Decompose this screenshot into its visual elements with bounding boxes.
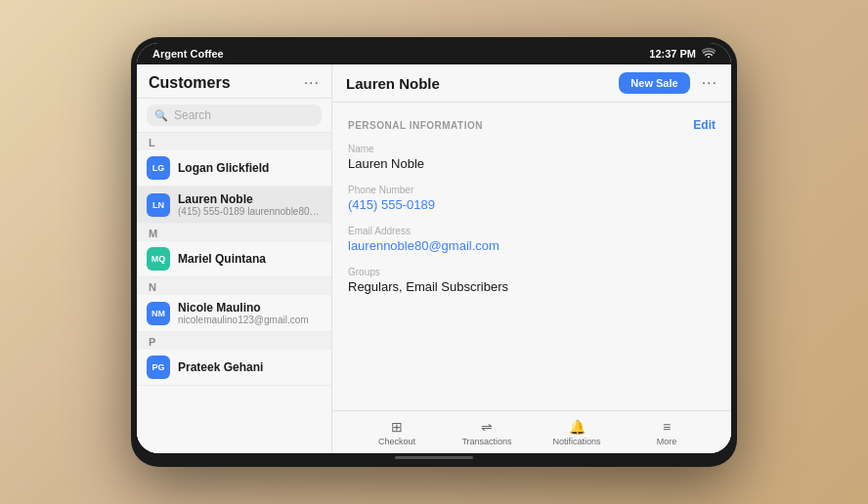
customer-name-logan: Logan Glickfield <box>178 161 322 175</box>
customer-avatar-mq: MQ <box>147 247 170 271</box>
status-bar: Argent Coffee 12:37 PM <box>137 43 731 64</box>
customer-item-prateek[interactable]: PG Prateek Gehani <box>137 350 331 386</box>
status-bar-right: 12:37 PM <box>649 48 716 60</box>
customer-info-mariel: Mariel Quintana <box>178 252 322 266</box>
field-value-phone[interactable]: (415) 555-0189 <box>348 197 716 212</box>
app-name: Argent Coffee <box>152 48 224 60</box>
tablet-screen: Argent Coffee 12:37 PM Customers <box>137 43 731 453</box>
more-icon: ≡ <box>663 419 671 435</box>
more-label: More <box>657 437 677 446</box>
customer-item-mariel[interactable]: MQ Mariel Quintana <box>137 241 331 277</box>
field-label-groups: Groups <box>348 267 716 277</box>
customer-sub-nicole: nicolemaulino123@gmail.com <box>178 315 322 325</box>
notifications-label: Notifications <box>552 437 600 446</box>
customer-info-prateek: Prateek Gehani <box>178 360 322 374</box>
checkout-icon: ⊞ <box>391 419 403 435</box>
search-icon: 🔍 <box>154 109 168 122</box>
transactions-icon: ⇌ <box>481 419 493 435</box>
checkout-label: Checkout <box>378 437 415 446</box>
tab-bar: ⊞ Checkout ⇌ Transactions 🔔 Notification… <box>332 410 731 453</box>
transactions-label: Transactions <box>461 437 511 446</box>
field-label-phone: Phone Number <box>348 185 716 195</box>
tablet: Argent Coffee 12:37 PM Customers <box>131 37 737 467</box>
field-groups: Groups Regulars, Email Subscribers <box>348 267 716 294</box>
customer-avatar-ln: LN <box>147 193 170 217</box>
edit-button[interactable]: Edit <box>693 118 716 132</box>
field-email: Email Address laurennoble80@gmail.com <box>348 226 716 253</box>
customer-list: L LG Logan Glickfield LN Lauren Noble (4… <box>137 133 331 453</box>
customer-name-lauren: Lauren Noble <box>178 192 322 206</box>
wifi-icon <box>702 48 716 60</box>
selected-customer-name: Lauren Noble <box>346 75 440 92</box>
section-header-l: L <box>137 133 331 150</box>
customers-more-button[interactable]: ··· <box>304 74 320 92</box>
field-phone: Phone Number (415) 555-0189 <box>348 185 716 212</box>
section-header-n: N <box>137 277 331 295</box>
right-content: PERSONAL INFORMATION Edit Name Lauren No… <box>332 103 731 410</box>
search-bar[interactable]: 🔍 Search <box>147 105 322 126</box>
section-header-m: M <box>137 224 331 241</box>
field-label-email: Email Address <box>348 226 716 236</box>
home-bar <box>395 456 473 459</box>
customer-avatar-nm: NM <box>147 302 170 325</box>
customers-title: Customers <box>149 74 231 92</box>
field-value-email[interactable]: laurennoble80@gmail.com <box>348 238 716 253</box>
customer-avatar-pg: PG <box>147 356 170 379</box>
right-more-button[interactable]: ··· <box>702 74 717 92</box>
left-panel: Customers ··· 🔍 Search L LG Logan <box>137 64 332 453</box>
customer-item-lauren[interactable]: LN Lauren Noble (415) 555-0189 laurennob… <box>137 187 331 224</box>
field-value-name: Lauren Noble <box>348 156 716 171</box>
field-value-groups: Regulars, Email Subscribers <box>348 279 716 294</box>
tab-checkout[interactable]: ⊞ Checkout <box>352 419 442 446</box>
tab-notifications[interactable]: 🔔 Notifications <box>532 419 622 446</box>
customer-info-lauren: Lauren Noble (415) 555-0189 laurennoble8… <box>178 192 322 217</box>
field-name: Name Lauren Noble <box>348 144 716 171</box>
main-content: Customers ··· 🔍 Search L LG Logan <box>137 64 731 453</box>
customer-name-mariel: Mariel Quintana <box>178 252 322 266</box>
customer-name-nicole: Nicole Maulino <box>178 301 322 315</box>
new-sale-button[interactable]: New Sale <box>619 72 689 94</box>
field-label-name: Name <box>348 144 716 154</box>
customer-sub-lauren: (415) 555-0189 laurennoble80@gmail.com <box>178 206 322 217</box>
personal-info-label: PERSONAL INFORMATION <box>348 120 483 131</box>
right-header-actions: New Sale ··· <box>619 72 717 94</box>
customer-item-logan[interactable]: LG Logan Glickfield <box>137 150 331 187</box>
customer-avatar-lg: LG <box>147 156 170 180</box>
tab-transactions[interactable]: ⇌ Transactions <box>442 419 532 446</box>
tab-more[interactable]: ≡ More <box>622 419 712 446</box>
right-header: Lauren Noble New Sale ··· <box>332 64 731 103</box>
customer-name-prateek: Prateek Gehani <box>178 360 322 374</box>
left-header: Customers ··· <box>137 64 331 99</box>
personal-info-header: PERSONAL INFORMATION Edit <box>348 118 716 132</box>
customer-item-nicole[interactable]: NM Nicole Maulino nicolemaulino123@gmail… <box>137 295 331 332</box>
section-header-p: P <box>137 332 331 350</box>
search-container: 🔍 Search <box>137 99 331 133</box>
tablet-bottom <box>137 453 731 461</box>
notifications-icon: 🔔 <box>569 419 586 435</box>
customer-info-nicole: Nicole Maulino nicolemaulino123@gmail.co… <box>178 301 322 325</box>
customer-info-logan: Logan Glickfield <box>178 161 322 175</box>
search-input-placeholder: Search <box>174 108 211 122</box>
right-panel: Lauren Noble New Sale ··· PERSONAL INFOR… <box>332 64 731 453</box>
time-display: 12:37 PM <box>649 48 696 60</box>
